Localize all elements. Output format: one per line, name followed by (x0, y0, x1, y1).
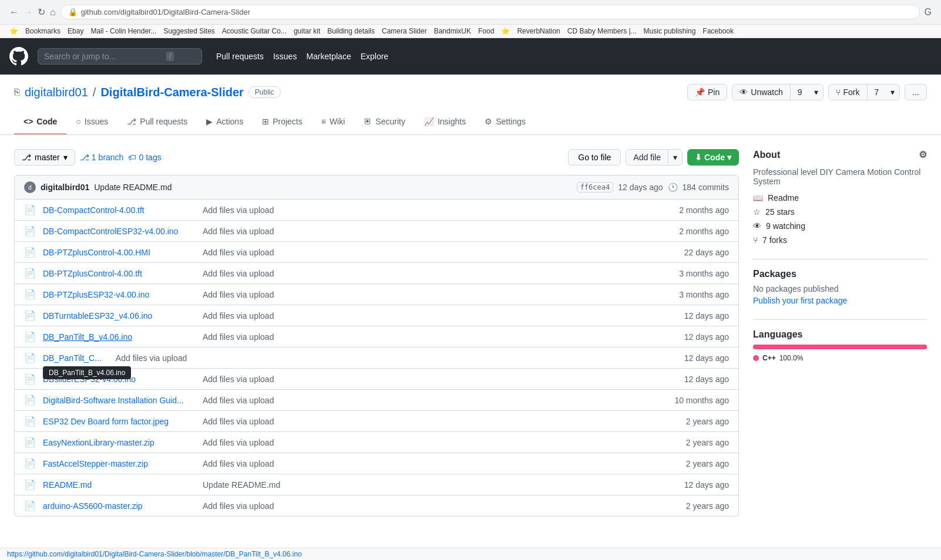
file-name-link[interactable]: DBTurntableESP32_v4.06.ino (43, 311, 196, 321)
file-name-link[interactable]: EasyNextionLibrary-master.zip (43, 438, 196, 447)
more-button[interactable]: ... (905, 84, 927, 100)
bookmark-building[interactable]: Building details (327, 27, 375, 35)
code-download-icon: ⬇ (695, 153, 702, 162)
file-name-link[interactable]: DB-PTZplusESP32-v4.00.ino (43, 290, 196, 299)
tab-projects[interactable]: ⊞ Projects (253, 110, 312, 134)
unwatch-main[interactable]: 👁 Unwatch (732, 85, 790, 100)
file-icon: 📄 (24, 394, 36, 406)
about-title-row: About ⚙ (753, 149, 927, 160)
home-icon[interactable]: ⌂ (50, 7, 56, 18)
tab-insights[interactable]: 📈 Insights (415, 110, 475, 134)
pr-tab-icon: ⎇ (127, 117, 136, 126)
bookmark-reverb[interactable]: ReverbNation (517, 27, 560, 35)
about-title: About (753, 150, 780, 160)
file-name-link-pantilt-c[interactable]: DB_PanTilt_C... (43, 353, 102, 363)
file-time: 12 days ago (647, 332, 729, 342)
commit-time: 12 days ago (618, 183, 663, 192)
bookmark-cdbaby[interactable]: CD Baby Members |... (567, 27, 637, 35)
bookmark-acoustic[interactable]: Acoustic Guitar Co... (222, 27, 287, 35)
bookmark-camera[interactable]: Camera Slider (382, 27, 427, 35)
nav-issues[interactable]: Issues (273, 52, 297, 61)
file-icon: 📄 (24, 416, 36, 427)
file-commit-msg: Add files via upload (203, 205, 640, 215)
branches-count: 1 (92, 153, 96, 162)
goto-file-button[interactable]: Go to file (568, 149, 621, 166)
file-icon: 📄 (24, 268, 36, 279)
github-logo[interactable] (9, 47, 28, 66)
bookmark-food[interactable]: Food (478, 27, 494, 35)
publish-package-link[interactable]: Publish your first package (753, 296, 847, 305)
nav-explore[interactable]: Explore (361, 52, 388, 61)
repo-name[interactable]: DigitalBird-Camera-Slider (100, 86, 243, 99)
tab-wiki[interactable]: ≡ Wiki (312, 110, 355, 134)
pr-tab-label: Pull requests (140, 117, 187, 126)
file-name-link[interactable]: DBsliderESP32-v4.06.ino (43, 375, 196, 384)
bookmark-mail[interactable]: Mail - Colin Hender... (90, 27, 156, 35)
branch-selector[interactable]: ⎇ master ▾ (14, 149, 75, 166)
projects-tab-icon: ⊞ (262, 117, 269, 126)
code-tab-icon: <> (23, 117, 33, 126)
reload-icon[interactable]: ↻ (38, 6, 45, 18)
tags-link[interactable]: 🏷 0 tags (128, 153, 161, 162)
bookmark-suggested[interactable]: Suggested Sites (163, 27, 214, 35)
branch-icon: ⎇ (22, 153, 31, 162)
file-name-link[interactable]: DB-CompactControl-4.00.tft (43, 205, 196, 215)
nav-pull-requests[interactable]: Pull requests (216, 52, 264, 61)
add-file-group: Add file ▾ (626, 149, 683, 166)
tab-issues[interactable]: ○ Issues (66, 110, 117, 134)
pin-button[interactable]: 📌 Pin (687, 84, 727, 100)
bookmark-music[interactable]: Music publishing (644, 27, 696, 35)
unwatch-count[interactable]: 9 (791, 85, 809, 100)
commit-author[interactable]: digitalbird01 (41, 183, 89, 192)
tab-code[interactable]: <> Code (14, 110, 66, 134)
bookmark-guitar[interactable]: guitar kit (294, 27, 320, 35)
file-name-link[interactable]: DB-PTZplusControl-4.00.tft (43, 269, 196, 278)
bookmark-bandmix[interactable]: BandmixUK (434, 27, 471, 35)
add-file-main[interactable]: Add file (626, 150, 668, 165)
branches-link[interactable]: ⎇ 1 branch (80, 153, 124, 162)
about-readme: 📖 Readme (753, 193, 927, 203)
commit-hash[interactable]: ff6cea4 (577, 182, 614, 193)
tab-pull-requests[interactable]: ⎇ Pull requests (117, 110, 197, 134)
nav-marketplace[interactable]: Marketplace (306, 52, 351, 61)
security-tab-label: Security (375, 117, 405, 126)
table-row: 📄 DB-CompactControlESP32-v4.00.ino Add f… (15, 221, 738, 242)
tab-settings[interactable]: ⚙ Settings (475, 110, 535, 134)
tab-security[interactable]: ⛨ Security (354, 110, 415, 134)
search-box[interactable]: / (38, 48, 202, 65)
file-commit-msg: Add files via upload (203, 248, 640, 257)
watching-link[interactable]: 9 watching (766, 221, 805, 231)
about-gear-icon[interactable]: ⚙ (919, 149, 927, 160)
repo-owner[interactable]: digitalbird01 (25, 86, 88, 99)
file-name-link[interactable]: README.md (43, 480, 196, 490)
url-bar[interactable]: 🔒 github.com/digitalbird01/DigitalBird-C… (61, 5, 920, 19)
extensions-icon[interactable]: G (925, 7, 932, 18)
file-name-link[interactable]: DB-PTZplusControl-4.00.HMI (43, 248, 196, 257)
forward-icon[interactable]: → (23, 7, 33, 18)
file-name-link-pantilt-b[interactable]: DB_PanTilt_B_v4.06.ino (43, 332, 196, 342)
file-name-link[interactable]: DB-CompactControlESP32-v4.00.ino (43, 227, 196, 236)
unwatch-arrow[interactable]: ▾ (809, 85, 823, 100)
bookmark-bookmarks[interactable]: Bookmarks (25, 27, 61, 35)
bookmark-ebay[interactable]: Ebay (68, 27, 83, 35)
back-icon[interactable]: ← (9, 7, 19, 18)
readme-link[interactable]: Readme (768, 193, 799, 203)
tab-actions[interactable]: ▶ Actions (197, 110, 253, 134)
file-name-link[interactable]: FastAccelStepper-master.zip (43, 459, 196, 468)
file-time: 10 months ago (647, 396, 729, 405)
file-name-link[interactable]: arduino-AS5600-master.zip (43, 501, 196, 511)
forks-link[interactable]: 7 forks (762, 235, 787, 245)
fork-main[interactable]: ⑂ Fork (829, 85, 868, 100)
bookmark-facebook[interactable]: Facebook (703, 27, 734, 35)
file-time: 3 months ago (647, 269, 729, 278)
commit-count[interactable]: 184 commits (683, 183, 729, 192)
search-input[interactable] (44, 52, 162, 61)
add-file-arrow[interactable]: ▾ (668, 150, 682, 165)
file-name-link[interactable]: DigitalBird-Software Installation Guid..… (43, 396, 196, 405)
file-name-link[interactable]: ESP32 Dev Board form factor.jpeg (43, 417, 196, 426)
stars-link[interactable]: 25 stars (765, 207, 795, 217)
code-button-label: Code (704, 153, 725, 162)
fork-count[interactable]: 7 (868, 85, 886, 100)
fork-arrow[interactable]: ▾ (886, 85, 899, 100)
code-button-main[interactable]: ⬇ Code ▾ (687, 149, 739, 166)
